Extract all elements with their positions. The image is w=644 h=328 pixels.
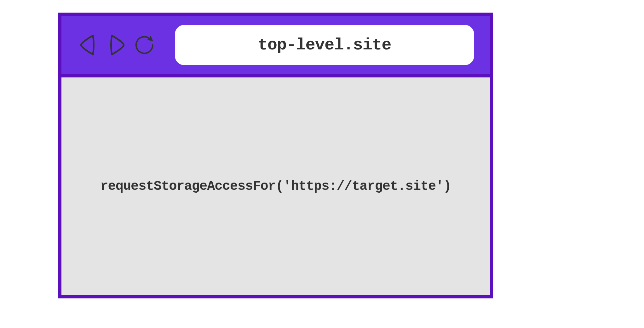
back-icon[interactable]: [77, 32, 99, 58]
browser-toolbar: top-level.site: [61, 16, 490, 77]
address-text: top-level.site: [258, 36, 391, 54]
code-snippet: requestStorageAccessFor('https://target.…: [100, 179, 451, 194]
forward-icon[interactable]: [106, 32, 128, 58]
nav-icons-group: [77, 32, 156, 58]
address-bar[interactable]: top-level.site: [175, 25, 474, 65]
refresh-icon[interactable]: [134, 32, 156, 58]
browser-content-area: requestStorageAccessFor('https://target.…: [61, 77, 490, 295]
browser-window: top-level.site requestStorageAccessFor('…: [58, 13, 493, 298]
